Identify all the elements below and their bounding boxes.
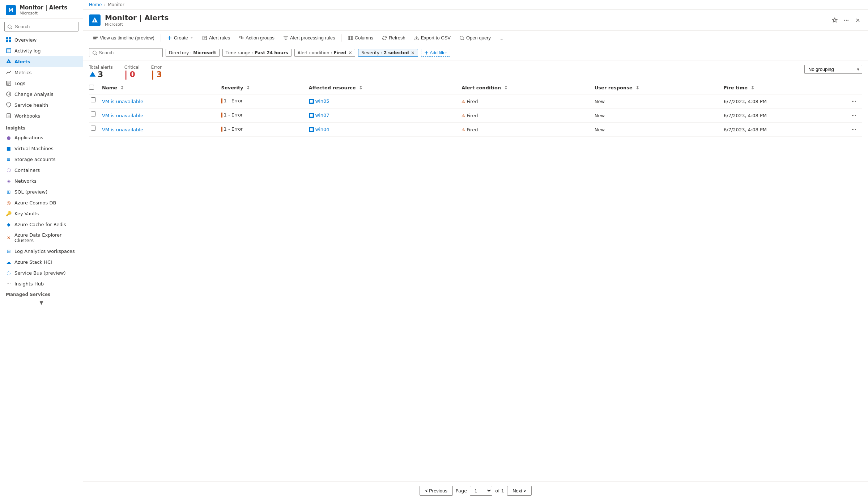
sidebar-search-input[interactable] (4, 22, 78, 31)
pagination: < Previous Page 1 of 1 Next > (83, 481, 868, 500)
resource-link[interactable]: win07 (315, 113, 329, 118)
breadcrumb: Home › Monitor (83, 0, 868, 10)
sidebar-item-label: Azure Cosmos DB (14, 200, 56, 205)
sidebar-item-networks[interactable]: ◈ Networks (0, 175, 83, 186)
name-column-header[interactable]: Name ↕ (102, 82, 221, 94)
refresh-button[interactable]: Refresh (378, 33, 409, 43)
close-button[interactable] (854, 16, 862, 25)
action-groups-button[interactable]: Action groups (235, 33, 278, 43)
row-checkbox[interactable] (91, 126, 96, 131)
resource-column-header[interactable]: Affected resource ↕ (309, 82, 462, 94)
sidebar-item-service-bus[interactable]: ◌ Service Bus (preview) (0, 267, 83, 278)
search-input[interactable] (99, 50, 159, 55)
app-icon: ● (6, 135, 12, 140)
sidebar-item-metrics[interactable]: Metrics (0, 67, 83, 78)
sidebar-item-workbooks[interactable]: Workbooks (0, 110, 83, 121)
search-filter[interactable] (89, 48, 163, 57)
row-checkbox-cell[interactable] (89, 109, 102, 119)
more-options-button[interactable] (842, 16, 851, 25)
alert-rules-button[interactable]: Alert rules (198, 33, 234, 43)
row-response-cell: New (595, 94, 724, 109)
row-checkbox-cell[interactable] (89, 123, 102, 134)
resource-link[interactable]: win05 (315, 98, 329, 104)
table-row: VM is unavailable 1 - Error win07 ⚠ Fire… (89, 109, 862, 123)
alert-condition-remove[interactable]: ✕ (348, 50, 352, 55)
export-csv-button[interactable]: Export to CSV (410, 33, 455, 43)
sidebar-item-logs[interactable]: Logs (0, 78, 83, 89)
alert-name-link[interactable]: VM is unavailable (102, 99, 143, 104)
response-column-header[interactable]: User response ↕ (595, 82, 724, 94)
sidebar-item-log-analytics[interactable]: ⊟ Log Analytics workspaces (0, 246, 83, 257)
sidebar-item-label: Virtual Machines (14, 146, 54, 151)
page-number-select[interactable]: 1 (470, 486, 492, 496)
sidebar-item-containers[interactable]: ⬡ Containers (0, 165, 83, 175)
previous-button[interactable]: < Previous (420, 486, 453, 496)
firetime-column-header[interactable]: Fire time ↕ (724, 82, 848, 94)
directory-filter[interactable]: Directory : Microsoft (166, 49, 220, 57)
open-query-button[interactable]: Open query (455, 33, 495, 43)
logs-icon (6, 80, 12, 86)
svg-point-8 (8, 63, 9, 63)
select-all-checkbox[interactable] (89, 85, 94, 90)
row-more-button[interactable] (850, 97, 858, 105)
sidebar-item-activity-log[interactable]: Activity log (0, 45, 83, 56)
sidebar-item-redis[interactable]: ◆ Azure Cache for Redis (0, 219, 83, 230)
sidebar-item-applications[interactable]: ● Applications (0, 132, 83, 143)
sidebar-item-service-health[interactable]: Service health (0, 99, 83, 110)
time-range-filter[interactable]: Time range : Past 24 hours (222, 49, 292, 57)
sidebar-item-key-vaults[interactable]: 🔑 Key Vaults (0, 208, 83, 219)
svg-rect-33 (284, 36, 288, 37)
row-condition-cell: ⚠ Fired (461, 123, 595, 137)
condition-column-header[interactable]: Alert condition ↕ (461, 82, 595, 94)
sidebar-item-stack-hci[interactable]: ☁ Azure Stack HCI (0, 257, 83, 267)
svg-point-54 (854, 129, 854, 130)
row-actions-cell (848, 123, 862, 137)
row-checkbox-cell[interactable] (89, 94, 102, 105)
sidebar-item-data-explorer[interactable]: ✕ Azure Data Explorer Clusters (0, 230, 83, 246)
svg-rect-3 (9, 40, 11, 42)
alert-name-link[interactable]: VM is unavailable (102, 127, 143, 132)
alert-condition-cell: ⚠ Fired (461, 113, 478, 118)
sidebar-item-storage-accounts[interactable]: ≡ Storage accounts (0, 154, 83, 165)
create-button[interactable]: Create (163, 33, 197, 43)
severity-remove[interactable]: ✕ (411, 50, 415, 55)
alert-name-link[interactable]: VM is unavailable (102, 113, 143, 118)
row-more-button[interactable] (850, 111, 858, 119)
sidebar-item-insights-hub[interactable]: ··· Insights Hub (0, 278, 83, 289)
networks-icon: ◈ (6, 178, 12, 184)
sidebar-item-change-analysis[interactable]: Change Analysis (0, 89, 83, 99)
error-label: Error (151, 65, 162, 70)
severity-column-header[interactable]: Severity ↕ (221, 82, 309, 94)
sidebar-nav: Overview Activity log Alerts (0, 34, 83, 500)
metrics-icon (6, 69, 12, 75)
svg-point-51 (855, 115, 856, 116)
pin-button[interactable] (830, 16, 839, 25)
sidebar-item-virtual-machines[interactable]: ■ Virtual Machines (0, 143, 83, 154)
grouping-select[interactable]: No grouping Resource group Subscription … (804, 65, 862, 74)
severity-badge: 1 - Error (221, 98, 243, 103)
row-more-button[interactable] (850, 126, 858, 134)
resource-link[interactable]: win04 (315, 127, 329, 132)
alerts-table: Name ↕ Severity ↕ Affected resource ↕ (89, 82, 862, 137)
add-filter-button[interactable]: Add filter (421, 49, 450, 57)
row-checkbox[interactable] (91, 111, 96, 116)
toolbar-more-button[interactable]: ... (495, 33, 507, 43)
actions-column-header (848, 82, 862, 94)
view-timeline-button[interactable]: View as timeline (preview) (89, 33, 158, 43)
breadcrumb-home[interactable]: Home (89, 2, 102, 7)
alert-condition-filter[interactable]: Alert condition : Fired ✕ (294, 49, 356, 57)
page-subtitle: Microsoft (105, 22, 169, 27)
next-button[interactable]: Next > (507, 486, 532, 496)
sidebar-item-label: Storage accounts (14, 157, 56, 162)
row-checkbox[interactable] (91, 97, 96, 102)
condition-sort-icon: ↕ (504, 85, 508, 90)
alert-processing-rules-button[interactable]: Alert processing rules (279, 33, 339, 43)
sidebar-item-overview[interactable]: Overview (0, 34, 83, 45)
columns-button[interactable]: Columns (344, 33, 377, 43)
severity-filter[interactable]: Severity : 2 selected ✕ (358, 49, 418, 57)
sidebar-item-cosmos-db[interactable]: ◎ Azure Cosmos DB (0, 197, 83, 208)
sidebar-item-sql[interactable]: ⊞ SQL (preview) (0, 186, 83, 197)
sidebar-item-alerts[interactable]: Alerts (0, 56, 83, 67)
resource-chip: win04 (309, 127, 329, 132)
sidebar-item-label: Azure Data Explorer Clusters (14, 232, 77, 243)
